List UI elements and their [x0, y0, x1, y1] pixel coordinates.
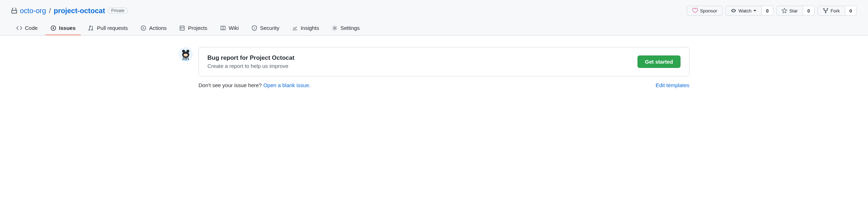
tab-actions[interactable]: Actions [136, 21, 171, 35]
tab-settings[interactable]: Settings [327, 21, 365, 35]
tab-insights[interactable]: Insights [287, 21, 324, 35]
fork-button[interactable]: Fork [817, 6, 845, 16]
repo-title: octo-org / project-octocat Private [11, 7, 128, 15]
repo-actions: Sponsor Watch 0 Star [687, 6, 857, 16]
tab-security[interactable]: Security [247, 21, 284, 35]
watch-count[interactable]: 0 [762, 6, 773, 16]
project-icon [179, 25, 185, 31]
repo-nav: Code Issues Pull requests Actions Projec… [11, 21, 857, 35]
template-description: Create a report to help us improve [207, 63, 295, 69]
tab-projects-label: Projects [188, 25, 207, 31]
tab-code[interactable]: Code [11, 21, 43, 35]
tab-insights-label: Insights [301, 25, 319, 31]
blank-issue-prompt: Don't see your issue here? Open a blank … [199, 82, 311, 88]
repo-separator: / [49, 7, 51, 15]
book-icon [220, 25, 226, 31]
sponsor-button[interactable]: Sponsor [687, 6, 723, 16]
svg-point-12 [186, 54, 187, 55]
avatar [179, 47, 193, 61]
shield-icon [252, 25, 257, 31]
svg-point-10 [184, 54, 188, 57]
play-icon [141, 25, 146, 31]
template-title: Bug report for Project Octocat [207, 54, 295, 62]
tab-pulls-label: Pull requests [97, 25, 128, 31]
repo-owner-link[interactable]: octo-org [20, 7, 46, 15]
gear-icon [332, 25, 338, 31]
svg-point-1 [53, 27, 54, 29]
svg-rect-13 [181, 60, 190, 61]
fork-count[interactable]: 0 [845, 6, 857, 16]
eye-icon [731, 8, 736, 14]
graph-icon [292, 25, 298, 31]
star-count[interactable]: 0 [803, 6, 815, 16]
svg-point-4 [254, 27, 255, 28]
tab-issues[interactable]: Issues [46, 21, 81, 35]
visibility-badge: Private [108, 7, 127, 14]
tab-wiki[interactable]: Wiki [215, 21, 244, 35]
lock-icon [11, 8, 17, 14]
get-started-button[interactable]: Get started [637, 55, 681, 68]
open-blank-issue-link[interactable]: Open a blank issue. [263, 82, 311, 88]
edit-templates-link[interactable]: Edit templates [656, 82, 689, 88]
star-button[interactable]: Star [776, 6, 803, 16]
pull-request-icon [89, 25, 94, 31]
tab-projects[interactable]: Projects [174, 21, 212, 35]
repo-name-link[interactable]: project-octocat [54, 7, 105, 15]
fork-label: Fork [831, 8, 840, 14]
watch-label: Watch [739, 8, 751, 14]
tab-actions-label: Actions [149, 25, 166, 31]
issue-icon [51, 25, 56, 31]
chevron-down-icon [753, 10, 756, 11]
tab-wiki-label: Wiki [229, 25, 239, 31]
watch-button[interactable]: Watch [725, 6, 762, 16]
svg-point-5 [334, 27, 335, 29]
code-icon [16, 25, 22, 31]
fork-icon [823, 8, 829, 14]
heart-icon [692, 8, 698, 14]
star-icon [782, 8, 787, 14]
tab-settings-label: Settings [340, 25, 360, 31]
tab-security-label: Security [260, 25, 279, 31]
issue-template-card: Bug report for Project Octocat Create a … [199, 47, 689, 76]
svg-point-11 [184, 54, 185, 55]
star-label: Star [789, 8, 798, 14]
tab-issues-label: Issues [59, 25, 76, 31]
tab-code-label: Code [25, 25, 38, 31]
tab-pulls[interactable]: Pull requests [84, 21, 133, 35]
sponsor-label: Sponsor [700, 8, 717, 14]
